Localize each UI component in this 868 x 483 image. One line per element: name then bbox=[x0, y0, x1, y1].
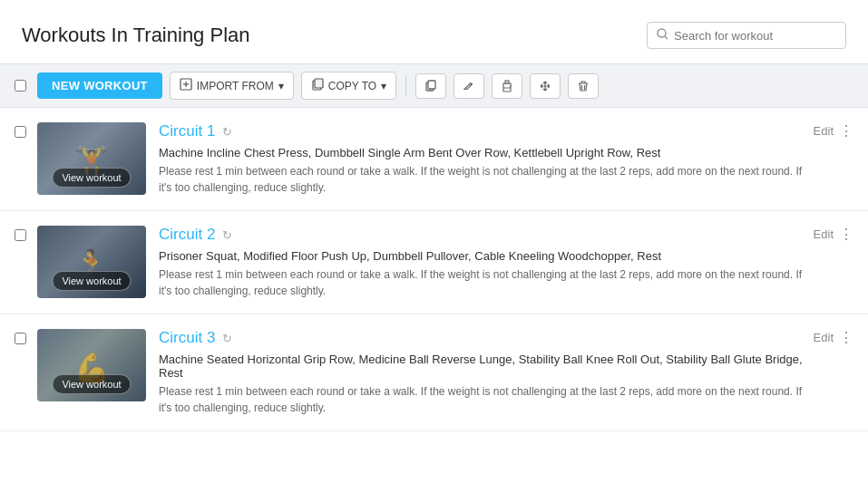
page-container: Workouts In Training Plan NEW WORKOUT IM… bbox=[0, 0, 868, 483]
print-button[interactable] bbox=[492, 73, 522, 99]
workout-list: 🏋 View workout Circuit 1 ↻ Machine Incli… bbox=[0, 108, 868, 431]
new-workout-button[interactable]: NEW WORKOUT bbox=[37, 72, 162, 99]
refresh-2-icon[interactable]: ↻ bbox=[222, 228, 232, 242]
search-icon bbox=[657, 28, 668, 43]
duplicate-button[interactable] bbox=[415, 73, 446, 99]
workout-3-title[interactable]: Circuit 3 bbox=[159, 329, 215, 347]
import-from-button[interactable]: IMPORT FROM ▾ bbox=[170, 72, 294, 100]
workout-3-actions: Edit ⋮ bbox=[814, 329, 853, 346]
workout-2-title[interactable]: Circuit 2 bbox=[159, 226, 215, 244]
move-button[interactable] bbox=[530, 73, 561, 99]
view-workout-3-button[interactable]: View workout bbox=[52, 374, 131, 394]
select-all-checkbox[interactable] bbox=[15, 80, 26, 92]
svg-point-12 bbox=[510, 85, 512, 87]
refresh-3-icon[interactable]: ↻ bbox=[222, 332, 232, 345]
import-dropdown-arrow-icon: ▾ bbox=[278, 80, 284, 92]
import-from-label: IMPORT FROM bbox=[197, 80, 274, 92]
svg-rect-6 bbox=[315, 79, 323, 88]
workout-3-thumbnail: 💪 View workout bbox=[37, 329, 146, 401]
copy-to-label: COPY TO bbox=[328, 80, 376, 92]
workout-1-info: Circuit 1 ↻ Machine Incline Chest Press,… bbox=[159, 122, 803, 196]
edit-button[interactable] bbox=[454, 73, 484, 99]
header: Workouts In Training Plan bbox=[0, 0, 868, 63]
delete-button[interactable] bbox=[568, 73, 599, 99]
workout-1-actions: Edit ⋮ bbox=[814, 122, 853, 140]
workout-item: 🏋 View workout Circuit 1 ↻ Machine Incli… bbox=[0, 108, 868, 211]
workout-1-title-row: Circuit 1 ↻ bbox=[159, 122, 803, 140]
workout-3-exercises: Machine Seated Horizontal Grip Row, Medi… bbox=[159, 353, 803, 380]
workout-item: 💪 View workout Circuit 3 ↻ Machine Seate… bbox=[0, 314, 868, 431]
workout-2-info: Circuit 2 ↻ Prisoner Squat, Modified Flo… bbox=[159, 226, 803, 299]
workout-2-checkbox[interactable] bbox=[15, 229, 26, 241]
view-workout-1-button[interactable]: View workout bbox=[52, 168, 131, 188]
workout-3-checkbox[interactable] bbox=[15, 333, 26, 344]
workout-2-desc: Please rest 1 min between each round or … bbox=[159, 266, 803, 299]
workout-1-checkbox[interactable] bbox=[15, 126, 26, 138]
workout-3-edit-link[interactable]: Edit bbox=[814, 331, 834, 344]
workout-2-actions: Edit ⋮ bbox=[814, 226, 853, 243]
workout-2-title-row: Circuit 2 ↻ bbox=[159, 226, 803, 244]
svg-rect-8 bbox=[428, 81, 435, 89]
view-workout-2-button[interactable]: View workout bbox=[52, 271, 131, 291]
svg-rect-10 bbox=[503, 88, 511, 92]
workout-3-desc: Please rest 1 min between each round or … bbox=[159, 383, 803, 416]
workout-1-more-button[interactable]: ⋮ bbox=[839, 122, 853, 140]
toolbar: NEW WORKOUT IMPORT FROM ▾ COPY TO ▾ bbox=[0, 63, 868, 108]
search-box bbox=[647, 22, 846, 49]
workout-1-exercises: Machine Incline Chest Press, Dumbbell Si… bbox=[159, 146, 803, 159]
workout-1-edit-link[interactable]: Edit bbox=[814, 124, 834, 138]
svg-rect-11 bbox=[505, 81, 509, 83]
copy-icon bbox=[311, 78, 324, 93]
svg-line-1 bbox=[665, 36, 668, 39]
workout-3-title-row: Circuit 3 ↻ bbox=[159, 329, 803, 347]
workout-3-more-button[interactable]: ⋮ bbox=[839, 329, 853, 346]
refresh-1-icon[interactable]: ↻ bbox=[222, 125, 232, 139]
workout-2-exercises: Prisoner Squat, Modified Floor Push Up, … bbox=[159, 249, 803, 263]
toolbar-divider bbox=[405, 75, 406, 97]
workout-1-desc: Please rest 1 min between each round or … bbox=[159, 163, 803, 196]
workout-1-title[interactable]: Circuit 1 bbox=[159, 122, 215, 140]
svg-point-0 bbox=[658, 29, 666, 37]
copy-to-button[interactable]: COPY TO ▾ bbox=[301, 72, 396, 100]
workout-2-thumbnail: 🏃 View workout bbox=[37, 226, 146, 298]
workout-2-edit-link[interactable]: Edit bbox=[814, 227, 834, 241]
workout-item: 🏃 View workout Circuit 2 ↻ Prisoner Squa… bbox=[0, 211, 868, 314]
search-input[interactable] bbox=[674, 29, 836, 43]
workout-3-info: Circuit 3 ↻ Machine Seated Horizontal Gr… bbox=[159, 329, 803, 416]
page-title: Workouts In Training Plan bbox=[22, 24, 250, 47]
import-icon bbox=[180, 78, 192, 93]
workout-2-more-button[interactable]: ⋮ bbox=[839, 226, 853, 243]
copy-dropdown-arrow-icon: ▾ bbox=[381, 80, 386, 92]
workout-1-thumbnail: 🏋 View workout bbox=[37, 122, 146, 195]
